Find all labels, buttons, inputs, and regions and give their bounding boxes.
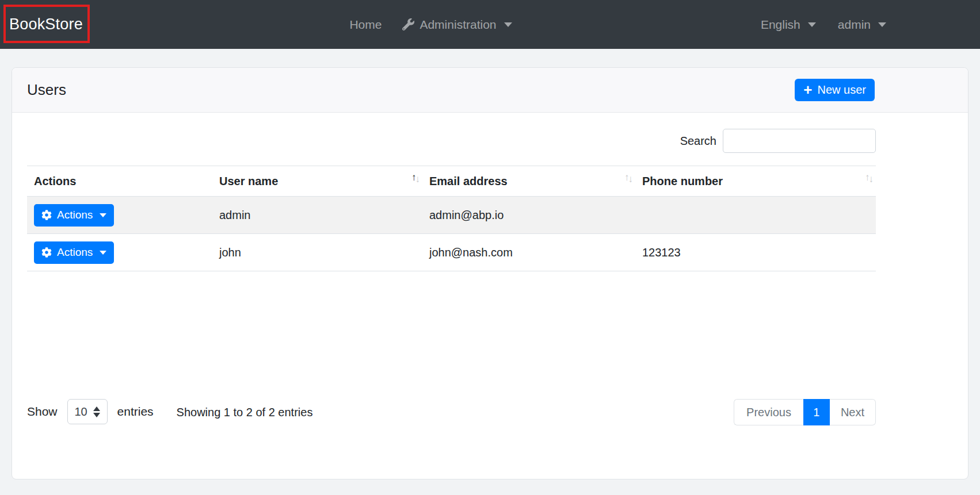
table-footer: Show 10 entries Showing 1 to 2 of 2 entr… <box>27 399 876 425</box>
pagination-next-button[interactable]: Next <box>830 399 876 425</box>
nav-item-home[interactable]: Home <box>349 18 382 32</box>
actions-button-label: Actions <box>57 246 93 259</box>
users-card: Users + New user Search Actions <box>12 67 968 479</box>
brand-bookstore[interactable]: BookStore <box>9 16 83 33</box>
email-cell: john@nash.com <box>422 234 635 271</box>
select-arrows-icon <box>93 406 100 417</box>
top-navbar: BookStore Home Administration English ad… <box>0 0 980 49</box>
sort-icon: ↑↓ <box>865 172 872 183</box>
page-size-group: Show 10 entries <box>27 399 154 424</box>
plus-icon: + <box>803 84 812 95</box>
actions-button-label: Actions <box>57 209 93 221</box>
phone-cell: 123123 <box>635 234 876 271</box>
language-label: English <box>761 18 800 32</box>
card-header: Users + New user <box>12 68 968 113</box>
search-input[interactable] <box>723 129 876 153</box>
chevron-down-icon <box>100 213 106 217</box>
chevron-down-icon <box>808 22 816 27</box>
chevron-down-icon <box>504 22 512 27</box>
username-cell: john <box>212 234 422 271</box>
wrench-icon <box>402 18 414 30</box>
actions-cell: Actions <box>27 197 212 234</box>
table-header-row: Actions User name ↑↓ Email address ↑↓ Ph… <box>27 166 876 197</box>
gear-icon <box>41 210 52 220</box>
pagination-previous-button[interactable]: Previous <box>734 399 803 425</box>
language-dropdown[interactable]: English <box>761 18 816 32</box>
actions-cell: Actions <box>27 234 212 271</box>
row-actions-button[interactable]: Actions <box>34 241 114 264</box>
email-cell: admin@abp.io <box>422 197 635 234</box>
search-row: Search <box>27 129 876 153</box>
column-header-email[interactable]: Email address ↑↓ <box>422 166 635 197</box>
entries-label: entries <box>117 405 154 419</box>
pagination: Previous 1 Next <box>734 399 876 425</box>
brand-container: BookStore <box>0 0 101 49</box>
column-header-username[interactable]: User name ↑↓ <box>212 166 422 197</box>
page-size-select[interactable]: 10 <box>67 399 108 424</box>
table-row: Actions john john@nash.com 123123 <box>27 234 876 271</box>
entries-info-text: Showing 1 to 2 of 2 entries <box>177 406 313 419</box>
administration-label: Administration <box>420 18 496 32</box>
navbar-right: English admin <box>761 18 886 32</box>
new-user-label: New user <box>818 83 866 97</box>
pagination-page-1-button[interactable]: 1 <box>803 399 830 425</box>
username-cell: admin <box>212 197 422 234</box>
chevron-down-icon <box>878 22 886 27</box>
users-table: Actions User name ↑↓ Email address ↑↓ Ph… <box>27 166 876 271</box>
gear-icon <box>41 247 52 258</box>
table-row: Actions admin admin@abp.io <box>27 197 876 234</box>
main-nav: Home Administration <box>349 18 512 32</box>
card-body: Search Actions User name ↑↓ <box>12 113 891 425</box>
current-user-label: admin <box>838 18 871 32</box>
home-label: Home <box>349 18 382 32</box>
column-header-actions: Actions <box>27 166 212 197</box>
phone-cell <box>635 197 876 234</box>
page-size-value: 10 <box>74 405 87 419</box>
chevron-down-icon <box>100 251 106 255</box>
show-label: Show <box>27 405 58 419</box>
nav-item-administration[interactable]: Administration <box>402 18 512 32</box>
search-label: Search <box>680 135 716 148</box>
sort-icon: ↑↓ <box>411 172 419 183</box>
user-dropdown[interactable]: admin <box>838 18 886 32</box>
new-user-button[interactable]: + New user <box>795 79 875 101</box>
sort-icon: ↑↓ <box>624 172 632 183</box>
column-header-phone[interactable]: Phone number ↑↓ <box>635 166 876 197</box>
page-title: Users <box>27 81 66 99</box>
row-actions-button[interactable]: Actions <box>34 204 114 227</box>
